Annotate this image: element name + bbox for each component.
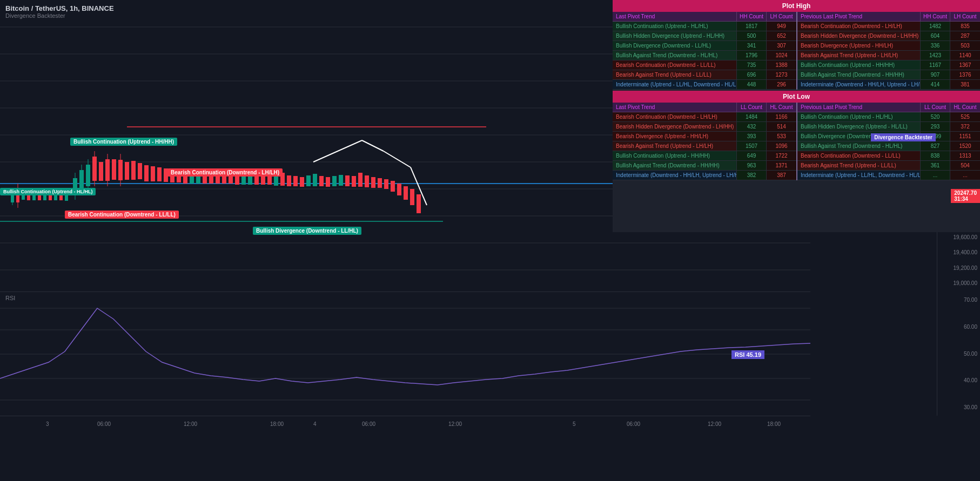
time-06-2: 06:00 (362, 421, 375, 427)
svg-rect-73 (326, 177, 330, 187)
svg-rect-70 (306, 175, 311, 186)
pl-hl-header: HL Count (767, 103, 796, 112)
svg-rect-87 (391, 181, 395, 192)
row-name: Bearish Continuation (Downtrend - LH/LH) (613, 112, 737, 122)
count-2: 1166 (767, 112, 796, 122)
row-name: Indeterminate (Downtrend - HH/LH, Uptren… (797, 80, 921, 90)
count-1: 293 (921, 122, 950, 132)
svg-rect-83 (365, 175, 369, 187)
count-2: 1140 (950, 51, 980, 60)
row-name: Bullish Continuation (Uptrend - HH/HH) (797, 60, 921, 70)
table-row: Bearish Divergence (Uptrend - HH/LH)3365… (797, 41, 980, 51)
time-12-1: 12:00 (184, 421, 197, 427)
price-19400: 19,400.00 (940, 249, 977, 255)
table-row: Indeterminate (Downtrend - HH/LH, Uptren… (613, 171, 796, 180)
count-2: 503 (950, 41, 980, 51)
svg-rect-82 (358, 173, 363, 187)
current-price-badge: 20247.7031:34 (951, 189, 980, 203)
row-name: Bearish Continuation (Downtrend - LH/LH) (797, 22, 921, 31)
table-row: Bullish Continuation (Uptrend - HL/HL)52… (797, 112, 980, 122)
annotation-bearish-ll: Bearish Continuation (Downtrend - LL/LL) (65, 211, 179, 219)
svg-rect-76 (345, 175, 350, 186)
row-name: Bearish Divergence (Uptrend - HH/LH) (797, 41, 921, 51)
row-name: Bullish Against Trend (Downtrend - HH/HH… (797, 70, 921, 80)
table-row: Bullish Against Trend (Downtrend - HL/HL… (797, 141, 980, 151)
count-1: 500 (737, 31, 767, 41)
ph-right-rows: Bearish Continuation (Downtrend - LH/LH)… (797, 22, 980, 90)
row-name: Bullish Against Trend (Downtrend - HH/HH… (613, 161, 737, 171)
count-1: 649 (737, 151, 767, 161)
row-name: Bearish Continuation (Downtrend - LL/LL) (797, 151, 921, 161)
svg-line-77 (313, 140, 362, 162)
chart-title: Bitcoin / TetherUS, 1h, BINANCE (5, 4, 114, 12)
table-row: Bearish Against Trend (Uptrend - LL/LL)6… (613, 70, 796, 80)
svg-rect-39 (112, 159, 116, 180)
count-2: 287 (950, 31, 980, 41)
svg-rect-47 (157, 167, 162, 181)
count-2: 1367 (950, 60, 980, 70)
table-row: Bullish Hidden Divergence (Uptrend - HL/… (613, 31, 796, 41)
rsi-60: 60.00 (940, 324, 977, 330)
time-5: 5 (573, 421, 576, 427)
count-1: 838 (921, 151, 950, 161)
count-1: 520 (921, 112, 950, 122)
pl-ll-header: LL Count (737, 103, 767, 112)
svg-rect-74 (332, 176, 337, 186)
count-1: 361 (921, 161, 950, 171)
table-row: Bearish Divergence (Uptrend - HH/LH)3935… (613, 132, 796, 141)
plot-high-tables: Last Pivot Trend HH Count LH Count Bulli… (613, 12, 980, 90)
count-1: ... (921, 171, 950, 180)
rsi-30: 30.00 (940, 404, 977, 410)
annotation-bullish-hh: Bullish Continuation (Uptrend - HH/HH) (70, 138, 177, 146)
svg-rect-45 (144, 165, 149, 181)
row-name: Bearish Divergence (Uptrend - HH/LH) (613, 132, 737, 141)
rsi-value-badge: RSI 45.19 (731, 350, 764, 359)
price-19600: 19,600.00 (940, 234, 977, 240)
svg-rect-81 (352, 176, 356, 187)
table-row: Bullish Hidden Divergence (Uptrend - HL/… (797, 122, 980, 132)
count-1: 1484 (737, 112, 767, 122)
table-row: Bearish Hidden Divergence (Downtrend - L… (797, 31, 980, 41)
pl-right-ll-header: LL Count (921, 103, 950, 112)
table-row: Bearish Against Trend (Uptrend - LH/LH)1… (797, 51, 980, 60)
row-name: Bullish Divergence (Downtrend - LL/HL) (613, 41, 737, 51)
count-1: 341 (737, 41, 767, 51)
table-row: Bullish Against Trend (Downtrend - HL/HL… (613, 51, 796, 60)
count-2: 1273 (767, 70, 796, 80)
table-row: Bullish Against Trend (Downtrend - HH/HH… (797, 70, 980, 80)
table-row: Bullish Continuation (Uptrend - HH/HH)11… (797, 60, 980, 70)
count-2: 1371 (767, 161, 796, 171)
svg-rect-84 (371, 177, 375, 188)
table-row: Bearish Hidden Divergence (Downtrend - L… (613, 122, 796, 132)
table-row: Bearish Continuation (Downtrend - LH/LH)… (797, 22, 980, 31)
table-row: Bearish Continuation (Downtrend - LH/LH)… (613, 112, 796, 122)
svg-rect-44 (138, 163, 142, 179)
plot-low-left: Last Pivot Trend LL Count HL Count Beari… (613, 103, 796, 180)
time-06-3: 06:00 (627, 421, 640, 427)
rsi-70: 70.00 (940, 297, 977, 303)
pl-left-header-row: Last Pivot Trend LL Count HL Count (613, 103, 796, 112)
time-18-3: 18:00 (767, 421, 781, 427)
row-name: Bullish Continuation (Uptrend - HL/HL) (613, 22, 737, 31)
ph-left-header-label: Last Pivot Trend (613, 12, 737, 21)
count-1: 1482 (921, 22, 950, 31)
svg-line-78 (362, 140, 384, 151)
chart-header: Bitcoin / TetherUS, 1h, BINANCE Divergen… (5, 4, 114, 19)
row-name: Bearish Hidden Divergence (Downtrend - L… (613, 122, 737, 132)
table-row: Indeterminate (Uptrend - LL/HL, Downtren… (797, 171, 980, 180)
plot-high-left: Last Pivot Trend HH Count LH Count Bulli… (613, 12, 796, 90)
row-name: Bearish Against Trend (Uptrend - LH/LH) (613, 141, 737, 151)
count-1: 414 (921, 80, 950, 90)
count-1: 1796 (737, 51, 767, 60)
row-name: Bearish Against Trend (Uptrend - LL/LL) (613, 70, 737, 80)
svg-rect-65 (274, 175, 278, 186)
svg-rect-71 (313, 174, 317, 186)
count-2: 1722 (767, 151, 796, 161)
plot-high-header: Plot High (613, 0, 980, 12)
row-name: Bullish Continuation (Uptrend - HH/HH) (613, 151, 737, 161)
svg-rect-43 (131, 161, 136, 180)
count-2: 387 (767, 171, 796, 180)
row-name: Indeterminate (Uptrend - LL/HL, Downtren… (797, 171, 921, 180)
count-2: 1151 (950, 132, 980, 141)
ph-right-header-row: Previous Last Pivot Trend HH Count LH Co… (797, 12, 980, 22)
